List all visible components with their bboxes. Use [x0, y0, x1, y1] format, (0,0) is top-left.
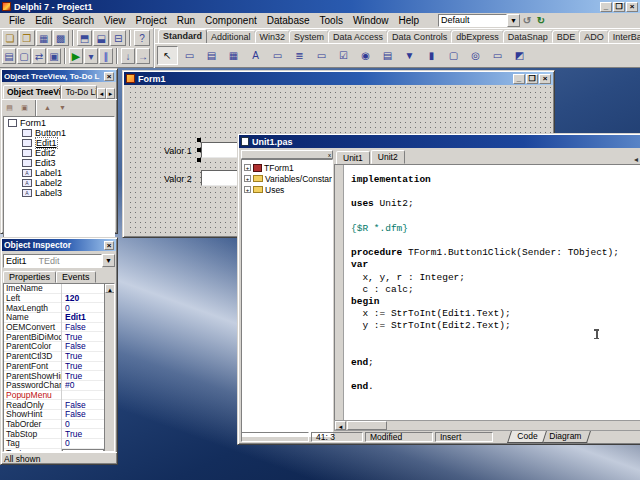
code-line[interactable]: c : calc;: [351, 284, 619, 296]
frames-icon[interactable]: ▭: [179, 46, 200, 65]
menu-search[interactable]: Search: [57, 14, 99, 27]
nav-back-icon[interactable]: ◂: [634, 155, 640, 164]
menu-database[interactable]: Database: [262, 14, 315, 27]
open-project-icon[interactable]: ⬒: [77, 30, 93, 46]
inspector-scrollbar[interactable]: ▲: [104, 284, 114, 451]
scroll-left-icon[interactable]: ◂: [335, 421, 346, 430]
memo-icon[interactable]: ≣: [289, 46, 310, 65]
maximize-icon[interactable]: ❐: [613, 2, 625, 12]
listbox-icon[interactable]: ▤: [377, 46, 398, 65]
treeview-item-label2[interactable]: ALabel2: [4, 178, 114, 188]
combobox-icon[interactable]: ▼: [399, 46, 420, 65]
explorer-item-variables-constants[interactable]: +Variables/Constants: [242, 173, 332, 184]
bottom-tab-diagram[interactable]: Diagram: [539, 431, 591, 443]
treeview-item-edit2[interactable]: Edit2: [4, 148, 114, 158]
inspector-titlebar[interactable]: Object Inspector ×: [2, 239, 116, 251]
palette-tab-bde[interactable]: BDE: [552, 30, 581, 43]
expand-icon[interactable]: +: [244, 164, 251, 171]
selection-handle[interactable]: [197, 138, 201, 142]
save-all-icon[interactable]: ▩: [53, 30, 69, 46]
desktop-layout-combo[interactable]: Default ▼: [438, 14, 520, 27]
edit-icon[interactable]: ▭: [267, 46, 288, 65]
code-line[interactable]: [351, 369, 619, 381]
code-line[interactable]: [351, 345, 619, 357]
treeview-item-edit1[interactable]: Edit1: [4, 138, 114, 148]
run-icon[interactable]: ▶: [69, 48, 83, 64]
code-line[interactable]: [351, 332, 619, 344]
new-form-icon[interactable]: ▣: [47, 48, 61, 64]
selector-icon[interactable]: ↖: [157, 46, 178, 65]
treeview-item-label3[interactable]: ALabel3: [4, 188, 114, 198]
scroll-up-icon[interactable]: ▲: [105, 284, 115, 293]
treeview-item-edit3[interactable]: Edit3: [4, 158, 114, 168]
new-item-icon[interactable]: ▤: [3, 102, 16, 114]
inspector-tab-events[interactable]: Events: [56, 271, 96, 283]
mainmenu-icon[interactable]: ▤: [201, 46, 222, 65]
palette-tab-additional[interactable]: Additional: [206, 30, 256, 43]
tab-scroll-left-icon[interactable]: ◂: [97, 88, 106, 99]
selection-handle[interactable]: [197, 158, 201, 162]
editor-titlebar[interactable]: Unit1.pas: [239, 135, 640, 148]
menu-view[interactable]: View: [99, 14, 131, 27]
menu-edit[interactable]: Edit: [30, 14, 57, 27]
menu-help[interactable]: Help: [393, 14, 424, 27]
open-icon[interactable]: ❐: [19, 30, 35, 46]
chevron-down-icon[interactable]: ▼: [507, 14, 520, 27]
save-desktop-icon[interactable]: ↺: [520, 14, 534, 27]
palette-tab-interbase[interactable]: InterBase: [608, 30, 640, 43]
minimize-icon[interactable]: _: [513, 74, 525, 84]
code-line[interactable]: [351, 186, 619, 198]
set-debug-desktop-icon[interactable]: ↻: [534, 14, 548, 27]
treeview-item-form1[interactable]: Form1: [4, 118, 114, 128]
palette-tab-data-access[interactable]: Data Access: [328, 30, 388, 43]
palette-tab-standard[interactable]: Standard: [158, 29, 207, 43]
code-line[interactable]: x := StrToInt(Edit1.Text);: [351, 308, 619, 320]
checkbox-icon[interactable]: ☑: [333, 46, 354, 65]
chevron-down-icon[interactable]: ▼: [102, 254, 115, 267]
selection-handle[interactable]: [197, 148, 201, 152]
palette-tab-datasnap[interactable]: DataSnap: [503, 30, 553, 43]
delete-item-icon[interactable]: ▣: [18, 102, 31, 114]
palette-tab-win32[interactable]: Win32: [255, 30, 291, 43]
minimize-icon[interactable]: _: [600, 2, 612, 12]
toggle-form-unit-icon[interactable]: ⇄: [32, 48, 46, 64]
code-line[interactable]: [351, 211, 619, 223]
menu-run[interactable]: Run: [172, 14, 200, 27]
treeview-item-label1[interactable]: ALabel1: [4, 168, 114, 178]
trace-into-icon[interactable]: ↓: [121, 48, 135, 64]
form-label-valor1[interactable]: Valor 1: [164, 146, 192, 156]
editor-tab-unit1[interactable]: Unit1: [336, 151, 370, 165]
run-options-icon[interactable]: ▾: [84, 48, 98, 64]
code-line[interactable]: procedure TForm1.Button1Click(Sender: TO…: [351, 247, 619, 259]
explorer-item-tform1[interactable]: +TForm1: [242, 162, 332, 173]
menu-tools[interactable]: Tools: [315, 14, 348, 27]
treeview-titlebar[interactable]: Object TreeView, To-Do L ×: [2, 70, 116, 82]
scrollbar-icon[interactable]: ▮: [421, 46, 442, 65]
add-to-project-icon[interactable]: ⬓: [93, 30, 109, 46]
palette-tab-data-controls[interactable]: Data Controls: [387, 30, 452, 43]
code-line[interactable]: begin: [351, 296, 619, 308]
code-line[interactable]: end;: [351, 357, 619, 369]
code-line[interactable]: end.: [351, 381, 619, 393]
remove-from-project-icon[interactable]: ⊟: [110, 30, 126, 46]
close-icon[interactable]: ×: [104, 241, 114, 250]
save-icon[interactable]: ▦: [36, 30, 52, 46]
property-row-text[interactable]: Text▼: [4, 449, 114, 452]
view-form-icon[interactable]: ▢: [17, 48, 31, 64]
radiobutton-icon[interactable]: ◉: [355, 46, 376, 65]
horizontal-scrollbar[interactable]: ◂: [334, 420, 640, 431]
form-label-valor2[interactable]: Valor 2: [164, 174, 192, 184]
button-icon[interactable]: ▭: [311, 46, 332, 65]
radiogroup-icon[interactable]: ◎: [465, 46, 486, 65]
palette-tab-system[interactable]: System: [289, 30, 329, 43]
inspector-tab-properties[interactable]: Properties: [3, 271, 56, 283]
explorer-item-uses[interactable]: +Uses: [242, 184, 332, 195]
new-icon[interactable]: ❏: [2, 30, 18, 46]
code-text[interactable]: implementationuses Unit2;{$R *.dfm}proce…: [351, 174, 619, 393]
code-explorer-header[interactable]: x: [241, 150, 333, 159]
code-line[interactable]: [351, 235, 619, 247]
close-icon[interactable]: ×: [626, 2, 638, 12]
menu-window[interactable]: Window: [348, 14, 394, 27]
palette-tab-ado[interactable]: ADO: [579, 30, 609, 43]
bottom-tab-code[interactable]: Code: [507, 431, 547, 443]
